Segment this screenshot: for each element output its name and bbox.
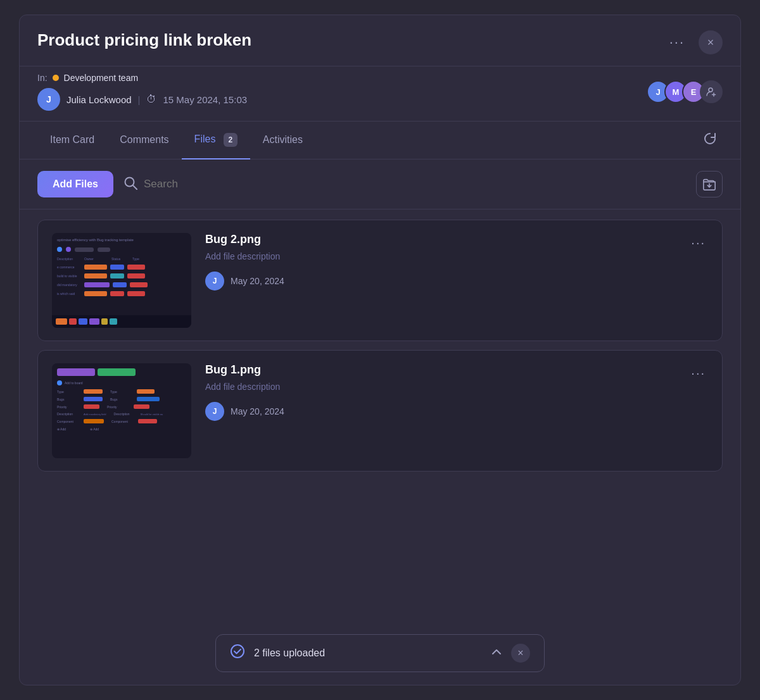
modal-header: Product pricing link broken ··· × xyxy=(20,15,740,66)
add-member-button[interactable] xyxy=(700,80,723,103)
search-input[interactable] xyxy=(144,178,686,191)
team-dot-icon xyxy=(53,75,59,81)
file-actions-button-2[interactable]: ··· xyxy=(688,363,708,383)
file-meta-1: J May 20, 2024 xyxy=(205,272,674,291)
author-avatar: J xyxy=(37,88,60,111)
clock-icon: ⏱ xyxy=(146,94,156,105)
add-person-icon xyxy=(706,87,716,97)
tab-files-label: Files xyxy=(194,134,216,144)
separator: | xyxy=(138,94,141,105)
author-name: Julia Lockwood xyxy=(66,94,132,105)
search-box xyxy=(124,176,686,193)
footer-notification: 2 files uploaded × xyxy=(215,634,545,672)
file-name-2: Bug 1.png xyxy=(205,363,674,377)
thumb-header-text: optimise efficiency with Bug tracking te… xyxy=(57,238,186,242)
refresh-icon xyxy=(702,131,718,146)
svg-point-0 xyxy=(709,88,712,92)
folder-download-icon xyxy=(702,177,716,191)
in-label-row: In: Development team xyxy=(37,73,247,83)
modal-container: Product pricing link broken ··· × In: De… xyxy=(19,15,741,685)
file-card-1: optimise efficiency with Bug tracking te… xyxy=(37,220,723,341)
check-circle-icon xyxy=(230,644,245,663)
file-thumbnail-1: optimise efficiency with Bug tracking te… xyxy=(52,233,191,328)
refresh-button[interactable] xyxy=(697,126,723,155)
file-name-1: Bug 2.png xyxy=(205,233,674,246)
meta-left: In: Development team J Julia Lockwood | … xyxy=(37,73,247,111)
more-options-button[interactable]: ··· xyxy=(664,32,690,53)
avatar-stack: J M E xyxy=(652,80,723,103)
search-icon xyxy=(124,176,137,193)
tabs-row: Item Card Comments Files 2 Activities xyxy=(20,122,740,159)
tab-files[interactable]: Files 2 xyxy=(182,122,250,159)
close-notification-button[interactable]: × xyxy=(511,644,530,663)
collapse-notification-button[interactable] xyxy=(491,646,502,661)
file-thumbnail-2: Add to board Type Type Bugs Bugs xyxy=(52,363,191,458)
file-actions-button-1[interactable]: ··· xyxy=(688,233,708,253)
file-desc-2: Add file description xyxy=(205,382,674,392)
team-name: Development team xyxy=(64,73,139,83)
meta-row: In: Development team J Julia Lockwood | … xyxy=(20,66,740,122)
svg-point-6 xyxy=(231,645,244,658)
modal-title: Product pricing link broken xyxy=(37,30,652,50)
add-files-button[interactable]: Add Files xyxy=(37,171,113,197)
file-date-2: May 20, 2024 xyxy=(231,406,284,416)
file-card-2: Add to board Type Type Bugs Bugs xyxy=(37,350,723,472)
file-uploader-avatar-1: J xyxy=(205,272,224,291)
tab-item-card[interactable]: Item Card xyxy=(37,123,107,158)
file-uploader-avatar-2: J xyxy=(205,402,224,421)
files-badge: 2 xyxy=(224,133,238,147)
file-list: optimise efficiency with Bug tracking te… xyxy=(20,209,740,685)
file-meta-2: J May 20, 2024 xyxy=(205,402,674,421)
svg-line-4 xyxy=(133,185,137,189)
toolbar: Add Files xyxy=(20,159,740,209)
tab-comments[interactable]: Comments xyxy=(107,123,181,158)
file-date-1: May 20, 2024 xyxy=(231,276,284,286)
tab-activities[interactable]: Activities xyxy=(250,123,315,158)
author-row: J Julia Lockwood | ⏱ 15 May 2024, 15:03 xyxy=(37,88,247,111)
file-desc-1: Add file description xyxy=(205,251,674,261)
timestamp: 15 May 2024, 15:03 xyxy=(163,94,247,105)
in-text: In: xyxy=(37,73,48,83)
notification-text: 2 files uploaded xyxy=(254,647,482,659)
close-button[interactable]: × xyxy=(699,30,723,54)
folder-download-button[interactable] xyxy=(696,171,723,197)
file-info-1: Bug 2.png Add file description J May 20,… xyxy=(205,233,674,291)
meta-right: J M E xyxy=(652,80,723,103)
file-info-2: Bug 1.png Add file description J May 20,… xyxy=(205,363,674,421)
header-actions: ··· × xyxy=(664,30,723,54)
